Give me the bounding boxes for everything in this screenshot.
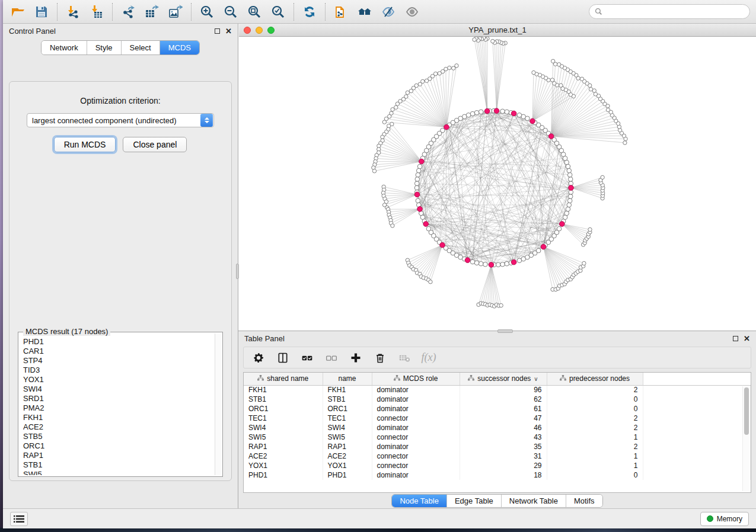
- delete-column-icon[interactable]: [374, 351, 387, 364]
- graph-satellite-node[interactable]: [582, 261, 586, 265]
- graph-hub-node[interactable]: [541, 244, 546, 249]
- zoom-selected-icon[interactable]: [270, 4, 286, 20]
- tab-network-table[interactable]: Network Table: [502, 495, 566, 507]
- graph-node[interactable]: [568, 177, 573, 182]
- table-row[interactable]: PHD1PHD1dominator180: [244, 470, 751, 480]
- tab-style[interactable]: Style: [87, 41, 122, 55]
- table-cell[interactable]: 2: [547, 423, 643, 432]
- graph-node[interactable]: [567, 203, 572, 207]
- table-cell[interactable]: 47: [460, 414, 547, 423]
- graph-node[interactable]: [568, 194, 573, 199]
- table-cell[interactable]: connector: [372, 461, 460, 470]
- float-panel-icon[interactable]: [215, 28, 220, 34]
- table-cell[interactable]: RAP1: [323, 442, 372, 451]
- table-row[interactable]: SWI4SWI4dominator462: [244, 423, 751, 432]
- table-cell[interactable]: STB1: [323, 395, 372, 404]
- graph-node[interactable]: [416, 168, 421, 173]
- table-cell[interactable]: 2: [547, 385, 643, 395]
- table-cell[interactable]: 96: [460, 385, 547, 395]
- network-canvas[interactable]: [239, 37, 756, 331]
- graph-node[interactable]: [564, 211, 569, 216]
- table-scrollbar[interactable]: [742, 386, 749, 491]
- table-cell[interactable]: ORC1: [323, 404, 372, 414]
- graph-node[interactable]: [557, 226, 562, 231]
- toolbar-search[interactable]: [589, 4, 750, 19]
- table-cell[interactable]: YOX1: [244, 461, 323, 470]
- graph-node[interactable]: [474, 110, 479, 115]
- column-header[interactable]: successor nodes∨: [460, 373, 547, 385]
- table-cell[interactable]: RAP1: [244, 442, 323, 451]
- zoom-out-icon[interactable]: [223, 4, 238, 20]
- export-network-icon[interactable]: [120, 4, 136, 20]
- graph-node[interactable]: [505, 110, 509, 114]
- table-cell[interactable]: 1: [547, 451, 643, 461]
- table-cell[interactable]: PHD1: [244, 470, 323, 480]
- mcds-result-item[interactable]: RAP1: [23, 451, 214, 460]
- graph-node[interactable]: [415, 177, 420, 182]
- table-row[interactable]: SWI5SWI5connector431: [244, 432, 751, 442]
- table-cell[interactable]: connector: [372, 451, 460, 461]
- table-cell[interactable]: dominator: [372, 395, 460, 404]
- graph-node[interactable]: [414, 181, 419, 186]
- graph-node[interactable]: [567, 168, 572, 173]
- mcds-result-item[interactable]: STB1: [23, 460, 214, 470]
- task-history-button[interactable]: [10, 512, 28, 526]
- graph-hub-node[interactable]: [511, 259, 516, 265]
- mcds-result-item[interactable]: ORC1: [23, 441, 214, 451]
- export-table-icon[interactable]: [144, 4, 160, 20]
- graph-node[interactable]: [417, 164, 422, 169]
- graph-satellite-node[interactable]: [406, 91, 409, 94]
- graph-satellite-node[interactable]: [623, 141, 627, 145]
- graph-hub-node[interactable]: [414, 192, 420, 197]
- graph-satellite-node[interactable]: [588, 227, 592, 231]
- tab-mcds[interactable]: MCDS: [160, 41, 199, 55]
- graph-hub-node[interactable]: [548, 134, 554, 139]
- table-cell[interactable]: SWI4: [244, 423, 323, 432]
- deselect-all-checkboxes-icon[interactable]: [325, 351, 338, 364]
- column-header[interactable]: shared name: [244, 373, 323, 385]
- mcds-result-item[interactable]: SWI4: [23, 384, 214, 394]
- graph-hub-node[interactable]: [530, 118, 535, 124]
- graph-satellite-node[interactable]: [391, 224, 394, 227]
- table-cell[interactable]: FKH1: [323, 385, 372, 395]
- graph-satellite-node[interactable]: [372, 169, 376, 172]
- graph-node[interactable]: [505, 261, 509, 266]
- close-panel-button[interactable]: Close panel: [123, 137, 187, 152]
- table-cell[interactable]: 18: [460, 470, 547, 480]
- table-row[interactable]: RAP1RAP1dominator352: [244, 442, 751, 451]
- graph-node[interactable]: [416, 172, 420, 177]
- graph-hub-node[interactable]: [569, 185, 574, 191]
- graph-node[interactable]: [566, 164, 570, 169]
- table-cell[interactable]: ORC1: [244, 404, 323, 414]
- table-cell[interactable]: 2: [547, 414, 643, 423]
- tab-select[interactable]: Select: [122, 41, 160, 55]
- window-close-icon[interactable]: [244, 27, 251, 34]
- table-row[interactable]: TEC1TEC1connector472: [244, 414, 751, 423]
- search-input[interactable]: [605, 8, 744, 16]
- tab-network[interactable]: Network: [42, 41, 87, 55]
- table-cell[interactable]: dominator: [372, 404, 460, 414]
- table-row[interactable]: FKH1FKH1dominator962: [244, 385, 751, 395]
- table-row[interactable]: ACE2ACE2connector311: [244, 451, 751, 461]
- graph-node[interactable]: [483, 262, 488, 267]
- mcds-result-item[interactable]: STB5: [23, 432, 214, 441]
- share-document-icon[interactable]: [333, 4, 349, 20]
- graph-satellite-node[interactable]: [448, 66, 451, 69]
- table-cell[interactable]: ACE2: [244, 451, 323, 461]
- memory-button[interactable]: Memory: [700, 512, 749, 526]
- add-column-icon[interactable]: [349, 351, 362, 364]
- graph-satellite-node[interactable]: [532, 70, 535, 74]
- table-cell[interactable]: 31: [460, 451, 547, 461]
- table-cell[interactable]: 0: [547, 404, 643, 414]
- graph-node[interactable]: [470, 259, 475, 264]
- graph-satellite-node[interactable]: [473, 38, 476, 41]
- graph-hub-node[interactable]: [511, 111, 516, 116]
- graph-node[interactable]: [474, 261, 479, 265]
- zoom-in-icon[interactable]: [199, 4, 215, 20]
- import-network-icon[interactable]: [65, 4, 81, 20]
- graph-hub-node[interactable]: [465, 258, 470, 263]
- window-zoom-icon[interactable]: [267, 27, 275, 34]
- column-header[interactable]: MCDS role: [372, 373, 460, 385]
- table-cell[interactable]: SWI5: [323, 432, 372, 442]
- vertical-splitter-handle[interactable]: [236, 264, 239, 279]
